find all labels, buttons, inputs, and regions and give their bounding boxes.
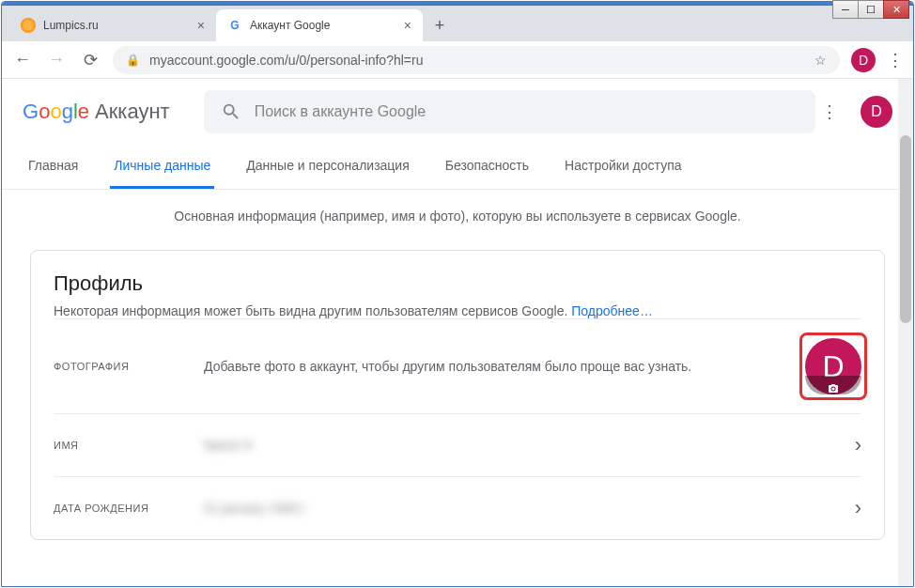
dob-value: 01 january 1900 г (204, 501, 855, 516)
back-button[interactable]: ← (11, 50, 34, 70)
tab-title: Аккаунт Google (250, 19, 330, 32)
profile-subtitle: Некоторая информация может быть видна др… (54, 303, 861, 318)
product-name: Аккаунт (95, 100, 170, 124)
search-icon (221, 101, 241, 122)
tab-title: Lumpics.ru (43, 19, 99, 32)
url-text: myaccount.google.com/u/0/personal-info?h… (149, 53, 423, 68)
name-label: ИМЯ (54, 440, 204, 451)
lock-icon: 🔒 (126, 54, 140, 67)
photo-hint: Добавьте фото в аккаунт, чтобы другим по… (204, 359, 805, 374)
google-logo[interactable]: Google (23, 100, 89, 124)
close-tab-icon[interactable]: × (404, 18, 411, 33)
intro-text: Основная информация (например, имя и фот… (30, 209, 885, 224)
browser-profile-avatar[interactable]: D (851, 48, 876, 72)
navtab-home[interactable]: Главная (24, 145, 82, 189)
minimize-button[interactable]: ─ (832, 1, 859, 19)
camera-icon (826, 381, 841, 393)
navtab-security[interactable]: Безопасность (442, 145, 533, 189)
browser-tabs: Lumpics.ru × G Аккаунт Google × + (2, 6, 913, 41)
learn-more-link[interactable]: Подробнее… (571, 303, 653, 318)
row-photo[interactable]: ФОТОГРАФИЯ Добавьте фото в аккаунт, чтоб… (54, 318, 861, 413)
profile-photo[interactable]: D (805, 338, 861, 395)
new-tab-button[interactable]: + (426, 12, 453, 39)
profile-card: Профиль Некоторая информация может быть … (30, 250, 885, 540)
address-bar[interactable]: 🔒 myaccount.google.com/u/0/personal-info… (113, 46, 840, 74)
navtab-data-personalization[interactable]: Данные и персонализация (242, 145, 412, 189)
browser-toolbar: ← → ⟳ 🔒 myaccount.google.com/u/0/persona… (2, 41, 913, 79)
tab-lumpics[interactable]: Lumpics.ru × (9, 9, 216, 41)
chevron-right-icon: › (855, 433, 861, 457)
dob-label: ДАТА РОЖДЕНИЯ (54, 503, 204, 514)
browser-menu-icon[interactable]: ⋮ (887, 50, 904, 70)
tab-google-account[interactable]: G Аккаунт Google × (216, 9, 423, 41)
scrollbar[interactable] (898, 79, 913, 586)
row-name[interactable]: ИМЯ Name H › (54, 413, 861, 476)
close-tab-icon[interactable]: × (197, 18, 205, 33)
close-window-button[interactable]: ✕ (883, 1, 909, 19)
google-favicon: G (227, 18, 242, 33)
name-value: Name H (204, 438, 855, 453)
nav-tabs: Главная Личные данные Данные и персонали… (2, 145, 913, 190)
chevron-right-icon: › (855, 496, 861, 520)
navtab-people-sharing[interactable]: Настройки доступа (561, 145, 685, 189)
search-input[interactable]: Поиск в аккаунте Google (204, 90, 815, 133)
bookmark-star-icon[interactable]: ☆ (814, 53, 827, 68)
account-avatar[interactable]: D (861, 96, 892, 128)
navtab-personal-info[interactable]: Личные данные (110, 145, 214, 189)
maximize-button[interactable]: ☐ (858, 1, 884, 19)
reload-button[interactable]: ⟳ (79, 50, 101, 70)
header-menu-icon[interactable]: ⋮ (821, 101, 838, 122)
row-dob[interactable]: ДАТА РОЖДЕНИЯ 01 january 1900 г › (54, 476, 861, 539)
lumpics-favicon (21, 18, 36, 33)
forward-button[interactable]: → (45, 50, 68, 70)
photo-label: ФОТОГРАФИЯ (54, 361, 204, 372)
search-placeholder: Поиск в аккаунте Google (255, 103, 426, 120)
profile-title: Профиль (54, 271, 861, 296)
google-header: Google Аккаунт Поиск в аккаунте Google ⋮… (2, 79, 913, 145)
